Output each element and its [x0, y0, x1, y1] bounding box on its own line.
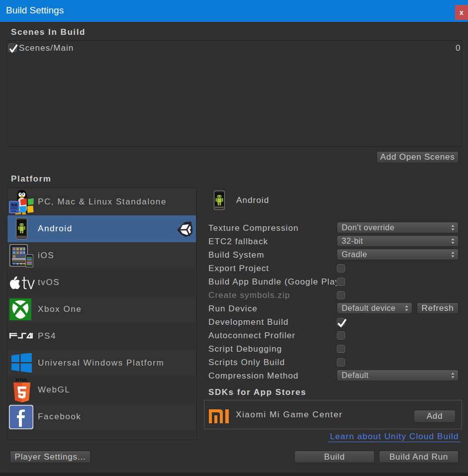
svg-text:HTML: HTML: [16, 378, 28, 382]
